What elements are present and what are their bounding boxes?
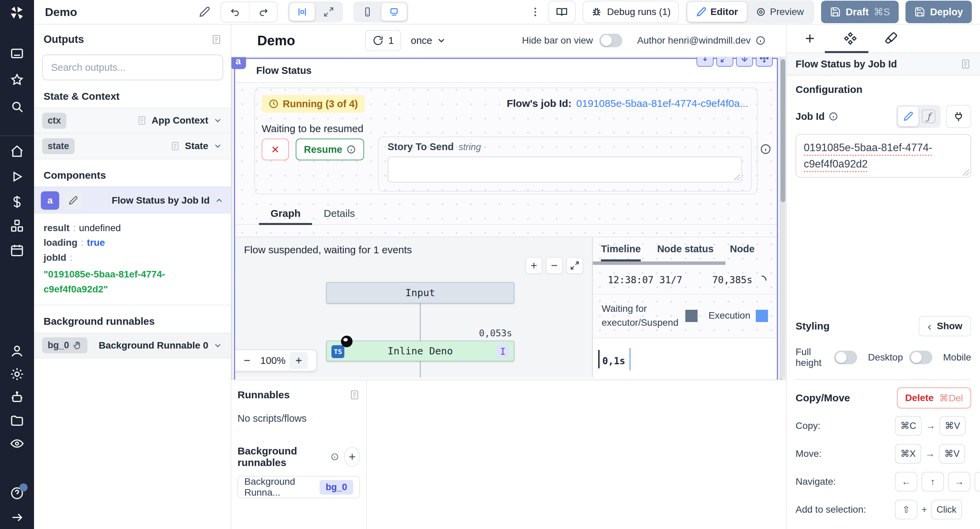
canvas-scrollbar[interactable] (781, 59, 785, 378)
component-output-json: result:undefined loading:true jobId: "01… (34, 214, 231, 305)
windmill-logo-icon[interactable] (10, 5, 24, 21)
tab-details[interactable]: Details (312, 204, 366, 225)
tab-timeline[interactable]: Timeline (601, 244, 641, 261)
settings-gear-icon[interactable] (10, 367, 24, 381)
redo-button[interactable] (249, 2, 277, 22)
move-icon[interactable] (756, 57, 773, 67)
folders-icon[interactable] (10, 413, 24, 427)
audit-eye-icon[interactable] (10, 437, 24, 451)
component-tag-badge[interactable]: a (231, 57, 246, 69)
preview-tab[interactable]: Preview (747, 2, 813, 22)
flow-status-body: Running (3 of 4) Flow's job Id: 0191085e… (235, 83, 777, 379)
favorites-star-icon[interactable] (10, 73, 24, 87)
desktop-toggle[interactable] (909, 351, 932, 364)
save-draft-button[interactable]: Draft ⌘S (821, 1, 899, 23)
flow-graph-canvas[interactable]: Flow suspended, waiting for 1 events (235, 237, 592, 378)
zoom-out-minus-icon[interactable] (238, 352, 256, 369)
static-mode-pencil-icon[interactable] (898, 107, 918, 126)
panel-doc-icon[interactable] (211, 34, 222, 45)
refresh-count-button[interactable]: 1 (365, 30, 401, 51)
info-icon[interactable] (760, 143, 772, 155)
add-selection-label: Add to selection: (795, 504, 895, 515)
panel-doc-icon[interactable] (960, 59, 971, 69)
flow-status-component[interactable]: a Flow Status (234, 58, 778, 379)
resume-label: Resume (304, 144, 342, 155)
desktop-label: Desktop (868, 352, 903, 363)
schedules-calendar-icon[interactable] (10, 243, 24, 257)
kebab-menu-icon[interactable] (530, 6, 541, 18)
search-icon[interactable] (10, 99, 24, 114)
anchor-icon[interactable] (736, 57, 753, 67)
connect-plug-icon[interactable] (946, 105, 971, 128)
styling-show-button[interactable]: ‹ Show (919, 316, 971, 336)
component-settings-diamond-icon[interactable] (843, 31, 858, 46)
center-layout-button[interactable] (290, 3, 315, 21)
info-icon (756, 35, 765, 46)
mobile-label: Mobile (943, 352, 971, 363)
undo-button[interactable] (221, 2, 249, 22)
full-height-toggle[interactable] (834, 351, 857, 364)
workers-robot-icon[interactable] (10, 390, 24, 405)
desktop-view-button[interactable] (382, 3, 407, 21)
kbd-cut: ⌘X (895, 444, 921, 464)
expand-rail-arrow-icon[interactable] (10, 511, 24, 524)
graph-fullscreen-icon[interactable] (566, 257, 583, 274)
runs-play-icon[interactable] (10, 169, 24, 184)
story-field-type: string (458, 142, 481, 152)
hide-bar-toggle[interactable] (599, 34, 622, 47)
app-canvas[interactable]: a Flow Status (231, 57, 786, 379)
expand-component-icon[interactable] (716, 57, 733, 67)
graph-node-inline-deno[interactable]: TS Inline Deno I (326, 341, 514, 361)
graph-node-input[interactable]: Input (326, 282, 514, 303)
users-icon[interactable] (10, 344, 24, 358)
tab-node[interactable]: Node (730, 244, 755, 261)
resume-button[interactable]: Resume (296, 139, 364, 160)
run-mode-dropdown[interactable]: once (411, 35, 447, 46)
insert-component-plus-icon[interactable] (803, 32, 817, 45)
help-icon[interactable] (10, 486, 24, 500)
execution-tick (630, 348, 630, 370)
panel-doc-icon[interactable] (349, 389, 360, 400)
state-row[interactable]: state State (34, 134, 231, 159)
search-outputs-input[interactable] (42, 54, 223, 80)
mobile-view-button[interactable] (355, 3, 380, 21)
editor-tab[interactable]: Editor (687, 2, 747, 22)
docs-book-button[interactable] (548, 1, 576, 23)
deploy-button[interactable]: Deploy (905, 1, 972, 23)
jobid-textarea[interactable]: 0191085e-5baa-81ef-4774-c9ef4f0a92d2 (795, 134, 971, 178)
add-selection-shortcut-row: Add to selection: ⇧ + Click (795, 499, 971, 520)
home-icon[interactable] (10, 144, 24, 159)
variables-dollar-icon[interactable] (10, 195, 24, 209)
apps-icon[interactable] (10, 46, 24, 61)
chevron-down-icon (436, 35, 447, 46)
graph-zoom-in-icon[interactable] (525, 257, 542, 274)
styling-paintbrush-icon[interactable] (884, 32, 898, 45)
add-bg-runnable-button[interactable] (344, 447, 360, 467)
canvas-header: Demo 1 once Hide bar on view Author henr… (231, 24, 786, 57)
zoom-in-plus-icon[interactable] (290, 352, 308, 369)
component-a-row[interactable]: a Flow Status by Job Id (34, 186, 231, 214)
expression-mode-fx-icon[interactable]: ƒ (918, 107, 939, 126)
cancel-button[interactable]: ✕ (262, 139, 289, 160)
bg-runnable-row[interactable]: bg_0 Background Runnable 0 (34, 333, 231, 359)
edit-id-pencil-icon[interactable] (64, 191, 82, 210)
flow-status-card: Running (3 of 4) Flow's job Id: 0191085e… (254, 88, 758, 194)
resources-cubes-icon[interactable] (10, 218, 24, 233)
debug-runs-button[interactable]: Debug runs (1) (582, 1, 679, 23)
delete-component-button[interactable]: Delete ⌘Del (897, 387, 971, 408)
no-scripts-text: No scripts/flows (237, 413, 360, 424)
scrollbar-thumb[interactable] (781, 59, 785, 202)
flow-jobid-link[interactable]: 0191085e-5baa-81ef-4774-c9ef4f0a... (576, 98, 748, 109)
move-shortcut-row: Move: ⌘X → ⌘V (795, 443, 971, 464)
timeline-progress-bar (593, 261, 725, 265)
bg-runnable-item[interactable]: Background Runna... bg_0 (237, 476, 360, 498)
fullwidth-layout-button[interactable] (316, 3, 341, 21)
timeline-legend: Waiting for executor/Suspend Execution (593, 295, 777, 337)
tab-node-status[interactable]: Node status (657, 244, 714, 261)
tab-graph[interactable]: Graph (259, 204, 312, 225)
story-textarea[interactable] (388, 156, 742, 182)
ctx-row[interactable]: ctx App Context (34, 108, 231, 134)
rename-pencil-icon[interactable] (199, 6, 210, 18)
dock-bottom-icon[interactable] (697, 57, 714, 67)
graph-zoom-out-icon[interactable] (546, 257, 563, 274)
